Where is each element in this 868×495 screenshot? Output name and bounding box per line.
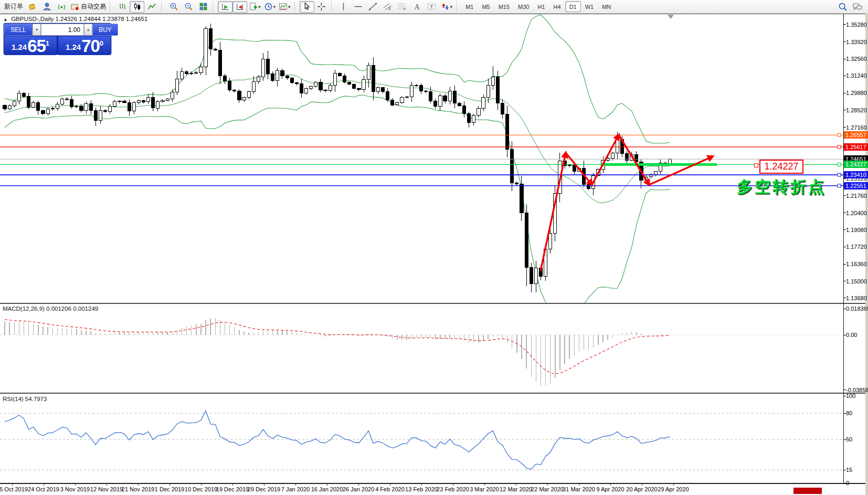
search-icon[interactable] [835,1,850,13]
timeframes-clock-button[interactable]: ▾ [262,1,278,13]
trend-arrow[interactable] [566,153,592,185]
level-anchor[interactable] [838,163,841,166]
trend-arrow[interactable] [592,135,619,185]
trendline-tool[interactable] [366,1,380,13]
sell-price-button[interactable]: 1.24 65 1 [4,36,57,55]
channel-tool[interactable]: E [380,1,395,13]
sell-price-point: 1 [46,40,49,47]
volume-down-button[interactable]: ▾ [33,24,41,36]
date-label[interactable]: 13 Feb 2020 [405,486,438,492]
fibonacci-tool[interactable]: F [395,1,410,13]
svg-text:T: T [430,4,433,9]
new-chart-button[interactable]: ▾ [247,1,262,13]
timeframe-h1[interactable]: H1 [534,1,549,12]
date-label[interactable]: 22 Mar 2020 [531,486,564,492]
callout-handle[interactable] [754,163,758,167]
date-label[interactable]: 9 Apr 2020 [596,486,624,492]
horizontal-line-tool[interactable] [351,1,366,13]
chart-properties-icon[interactable]: ▾ [277,1,292,13]
date-label[interactable]: 19 Dec 2019 [216,486,249,492]
trend-arrow[interactable] [541,153,566,271]
buy-price-pips: 70 [81,38,100,54]
date-label[interactable]: 16 Jan 2020 [311,486,343,492]
auto-trading-button[interactable]: 自动交易 [69,1,108,13]
timeframe-mn[interactable]: MN [598,1,615,12]
collapse-arrow-icon[interactable]: ▲ [3,17,8,22]
price-chart[interactable] [0,14,843,303]
date-label[interactable]: 20 Apr 2020 [626,486,657,492]
svg-text:A: A [415,3,420,11]
vertical-line-tool[interactable] [336,1,351,13]
date-label[interactable]: 12 Mar 2020 [500,486,532,492]
buy-button[interactable]: BUY [92,24,118,36]
sell-button[interactable]: SELL [4,24,33,36]
timeframe-h4[interactable]: H4 [549,1,565,12]
candlestick-chart-icon[interactable] [130,1,144,13]
timeframe-m30[interactable]: M30 [514,1,533,12]
timeframe-m5[interactable]: M5 [478,1,494,12]
timeframe-w1[interactable]: W1 [581,1,598,12]
zoom-in-icon[interactable] [166,1,181,13]
chart-shift-icon[interactable] [232,1,247,13]
thick-support-segment[interactable] [601,163,717,166]
svg-text:E: E [389,7,391,10]
date-label[interactable]: 3 Nov 2019 [60,486,90,492]
timeframe-m15[interactable]: M15 [494,1,514,12]
volume-input[interactable]: 1.00 [41,24,84,36]
candles-icon [133,2,142,11]
zoom-out-icon[interactable] [181,1,196,13]
new-order-button[interactable]: 新订单 [1,1,25,13]
signals-icon[interactable] [54,1,69,13]
date-label[interactable]: 26 Jan 2020 [343,486,375,492]
text-label-tool[interactable]: T [425,1,439,13]
date-label[interactable]: 29 Dec 2019 [248,486,280,492]
crosshair-icon[interactable] [314,1,329,13]
rsi-pane[interactable] [0,394,843,483]
date-label[interactable]: 31 Mar 2020 [563,486,595,492]
market-watch-icon[interactable] [25,1,39,13]
volume-up-button[interactable]: ▴ [84,24,92,36]
date-label[interactable]: 10 Dec 2019 [185,486,217,492]
speech-bubbles-icon [852,2,863,12]
level-anchor[interactable] [838,173,841,176]
date-tick [201,483,202,486]
chevron-down-icon: ▾ [273,4,276,9]
date-label[interactable]: 15 Oct 2019 [0,486,28,492]
timeframe-d1[interactable]: D1 [565,1,581,12]
date-label[interactable]: 3 Mar 2020 [470,486,499,492]
timeframe-m1[interactable]: M1 [461,1,478,12]
toolbar-grip [213,2,216,12]
arrows-tool[interactable]: ▾ [439,1,454,13]
trend-arrow[interactable] [619,135,649,185]
macd-pane[interactable] [0,304,843,393]
signal-icon [57,2,66,11]
date-label[interactable]: 29 Apr 2020 [658,486,689,492]
chat-icon[interactable] [850,1,865,13]
date-label[interactable]: 23 Feb 2020 [437,486,469,492]
date-label[interactable]: 24 Oct 2019 [28,486,59,492]
date-label[interactable]: 7 Jan 2020 [281,486,310,492]
clock-icon [264,2,273,11]
price-callout-box[interactable]: 1.24227 [759,160,803,174]
bar-chart-icon[interactable] [115,1,130,13]
cursor-icon[interactable] [300,1,314,13]
auto-scroll-icon[interactable] [218,1,232,13]
tile-windows-icon[interactable] [196,1,210,13]
date-label[interactable]: 4 Feb 2020 [375,486,405,492]
level-anchor[interactable] [838,184,841,187]
level-price-label: 1.24227 [844,161,868,168]
navigator-icon[interactable] [39,1,54,13]
buy-price-button[interactable]: 1.24 70 0 [58,36,111,55]
level-anchor[interactable] [838,133,841,136]
line-chart-icon[interactable] [144,1,159,13]
pivot-annotation-text[interactable]: 多空转折点 [737,176,826,198]
symbol-info: ▲ GBPUSD-,Daily 1.24326 1.24844 1.23878 … [3,16,147,22]
date-tick [138,483,139,486]
macd-signal-line [5,320,670,374]
date-label[interactable]: 1 Dec 2019 [155,486,184,492]
level-anchor[interactable] [838,145,841,149]
text-tool[interactable]: A [410,1,425,13]
date-label[interactable]: 12 Nov 2019 [90,486,123,492]
chart-shift-marker[interactable] [668,15,674,19]
date-label[interactable]: 21 Nov 2019 [122,486,154,492]
